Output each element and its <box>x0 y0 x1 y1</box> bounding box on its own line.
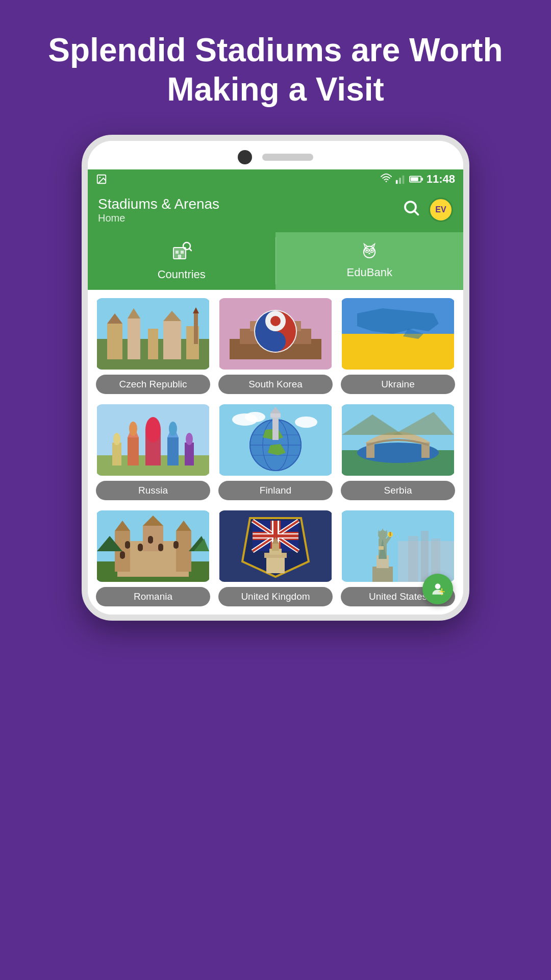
country-card-finland[interactable]: Finland <box>218 404 333 500</box>
svg-point-50 <box>145 417 161 443</box>
svg-rect-12 <box>176 251 179 254</box>
svg-rect-32 <box>163 321 181 359</box>
tab-edubank[interactable]: EduBank <box>276 232 464 289</box>
country-image-serbia <box>341 404 455 476</box>
owl-icon-svg <box>359 240 380 259</box>
country-grid: Czech Republic <box>88 290 463 615</box>
svg-point-133 <box>441 591 443 593</box>
svg-rect-131 <box>379 546 384 550</box>
country-label-czech: Czech Republic <box>96 375 210 394</box>
svg-point-44 <box>270 336 281 347</box>
svg-rect-110 <box>266 555 285 573</box>
svg-rect-57 <box>185 443 194 465</box>
svg-rect-5 <box>402 175 404 184</box>
country-card-serbia[interactable]: Serbia <box>341 404 455 500</box>
country-image-uk <box>218 510 333 582</box>
tab-countries-label: Countries <box>158 268 206 281</box>
svg-point-72 <box>295 416 317 428</box>
svg-rect-89 <box>125 541 130 549</box>
svg-marker-24 <box>368 252 371 254</box>
country-card-ukraine[interactable]: Ukraine <box>341 298 455 394</box>
country-card-romania[interactable]: Romania <box>96 510 210 606</box>
country-label-serbia: Serbia <box>341 481 455 500</box>
country-image-ukraine <box>341 298 455 370</box>
svg-rect-35 <box>194 313 198 344</box>
country-image-finland <box>218 404 333 476</box>
country-label-uk: United Kingdom <box>218 587 333 606</box>
svg-line-16 <box>189 249 191 251</box>
svg-rect-118 <box>421 531 429 582</box>
country-image-usa <box>341 510 455 582</box>
country-card-south-korea[interactable]: South Korea <box>218 298 333 394</box>
app-subtitle: Home <box>98 212 219 224</box>
svg-rect-51 <box>128 437 139 465</box>
status-time: 11:48 <box>427 173 455 186</box>
search-icon[interactable] <box>402 199 420 221</box>
svg-rect-113 <box>272 544 279 551</box>
app-bar-left: Stadiums & Arenas Home <box>98 196 219 224</box>
svg-rect-90 <box>138 544 143 551</box>
country-label-ukraine: Ukraine <box>341 375 455 394</box>
svg-rect-94 <box>120 551 125 559</box>
svg-rect-53 <box>167 437 179 465</box>
countries-tab-icon <box>171 240 192 265</box>
phone-mockup: 11:48 Stadiums & Arenas Home EV <box>82 135 469 621</box>
country-label-romania: Romania <box>96 587 210 606</box>
tab-bar: Countries <box>88 232 463 290</box>
image-status-icon <box>96 174 107 185</box>
svg-rect-68 <box>270 413 281 418</box>
fab-icon <box>430 581 446 597</box>
svg-rect-67 <box>272 414 279 440</box>
hero-title: Splendid Stadiums are Worth Making a Vis… <box>0 0 551 135</box>
app-title: Stadiums & Arenas <box>98 196 219 212</box>
svg-rect-27 <box>107 324 122 359</box>
svg-rect-3 <box>396 180 398 183</box>
wifi-icon <box>381 174 392 185</box>
svg-point-56 <box>113 433 120 445</box>
country-image-russia <box>96 404 210 476</box>
svg-point-23 <box>371 249 373 251</box>
signal-icon <box>395 174 406 185</box>
country-image-czech <box>96 298 210 370</box>
svg-rect-7 <box>411 177 418 181</box>
svg-rect-8 <box>421 178 423 181</box>
svg-rect-29 <box>128 318 140 359</box>
app-bar-actions: EV <box>402 198 453 222</box>
svg-rect-117 <box>408 536 418 582</box>
svg-rect-4 <box>399 178 401 184</box>
svg-rect-46 <box>342 334 454 370</box>
country-image-romania <box>96 510 210 582</box>
svg-rect-91 <box>148 536 153 544</box>
svg-point-21 <box>366 249 368 251</box>
svg-point-132 <box>435 583 441 589</box>
svg-rect-92 <box>158 544 163 551</box>
svg-rect-31 <box>148 329 158 359</box>
svg-rect-93 <box>173 541 179 549</box>
phone-speaker <box>262 154 313 161</box>
country-label-russia: Russia <box>96 481 210 500</box>
fab-user-location-button[interactable] <box>422 574 453 604</box>
svg-rect-13 <box>181 251 184 254</box>
country-label-finland: Finland <box>218 481 333 500</box>
svg-rect-14 <box>178 255 181 259</box>
svg-point-2 <box>385 181 387 182</box>
svg-point-1 <box>99 177 101 178</box>
app-bar: Stadiums & Arenas Home EV <box>88 189 463 232</box>
svg-point-71 <box>245 412 265 422</box>
status-icons: 11:48 <box>381 173 455 186</box>
edubank-tab-icon <box>359 240 380 263</box>
svg-rect-55 <box>112 443 121 465</box>
svg-point-43 <box>270 316 281 326</box>
svg-rect-120 <box>372 567 393 582</box>
country-card-czech-republic[interactable]: Czech Republic <box>96 298 210 394</box>
country-card-russia[interactable]: Russia <box>96 404 210 500</box>
ev-badge[interactable]: EV <box>429 198 453 222</box>
status-bar: 11:48 <box>88 169 463 189</box>
countries-icon-svg <box>171 240 192 261</box>
battery-icon <box>409 174 423 185</box>
phone-camera <box>238 150 252 164</box>
tab-countries[interactable]: Countries <box>88 232 276 289</box>
phone-top-bar <box>88 141 463 169</box>
country-card-united-kingdom[interactable]: United Kingdom <box>218 510 333 606</box>
tab-edubank-label: EduBank <box>347 266 392 279</box>
